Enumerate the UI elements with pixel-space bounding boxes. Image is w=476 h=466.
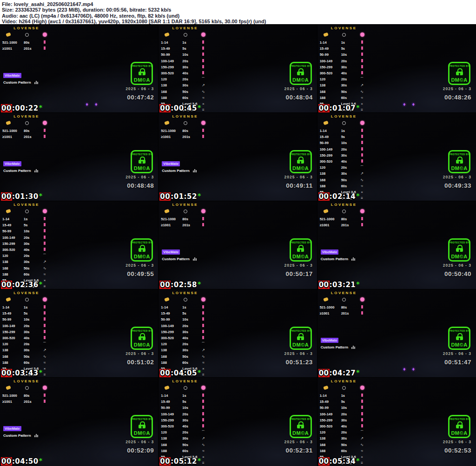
- pattern-wave-icon: ≈: [358, 184, 366, 188]
- tip-menu-row: 15-495s: [161, 399, 209, 405]
- coin-icon: [323, 209, 329, 214]
- tip-level-icon: [199, 40, 207, 45]
- tip-level-icon: [40, 217, 49, 221]
- marker-star-icon: *: [39, 457, 43, 464]
- tip-level-icon: [40, 330, 49, 334]
- stream-date: 2025 - 06 - 3: [126, 263, 154, 268]
- pattern-wave-icon: ⌒: [40, 253, 49, 258]
- clock-icon: [184, 210, 187, 213]
- file-name-line: File: lovely_asahi_202506021647.mp4: [2, 1, 474, 7]
- tip-menu-row: 1-141s: [2, 216, 51, 222]
- tip-level-icon: [358, 217, 366, 221]
- tip-menu-row: 150-29930s: [161, 64, 209, 70]
- tip-menu-row: 16850s∿: [161, 442, 209, 448]
- tip-level-icon: [358, 311, 366, 315]
- pattern-wave-icon: ≈: [199, 361, 207, 365]
- timestamp-hours: 00: [159, 281, 171, 289]
- tip-level-icon: [358, 71, 366, 75]
- waveform-icon: [34, 434, 38, 437]
- custom-pattern-label: Custom Pattern: [162, 257, 209, 261]
- timestamp-hours: 00: [1, 369, 12, 377]
- toy-icon: [360, 33, 364, 37]
- frame-timestamp: 00:02:36*: [1, 280, 42, 289]
- toy-icon: [201, 33, 205, 37]
- tip-level-icon: [199, 424, 207, 428]
- clock-icon: [184, 386, 187, 390]
- tip-menu-row: 100-14920s: [2, 323, 51, 329]
- frame-timestamp: 00:00:45*: [159, 104, 201, 112]
- stream-clock: 00:52:53: [444, 447, 471, 454]
- stream-clock: 00:48:48: [127, 182, 154, 189]
- clock-icon: [342, 386, 346, 390]
- waveform-icon: [193, 257, 197, 261]
- timestamp-hours: 00: [159, 192, 171, 201]
- dmca-label: DM©A: [451, 430, 467, 436]
- lovense-tip-menu: LOVENSE 521-100080s≥1001201s VibeMate Cu…: [2, 26, 51, 85]
- tip-menu-rows: 521-100080s≥1001201s: [320, 216, 368, 228]
- tip-menu-row: 521-100080s: [161, 128, 209, 134]
- dmca-badge: PROTECTED BY DM©A: [448, 62, 470, 85]
- frame-timestamp: 00:00:22*: [1, 104, 42, 112]
- tip-menu-icon-row: [161, 33, 209, 37]
- dmca-badge: PROTECTED BY DM©A: [290, 150, 312, 173]
- dmca-label: DM©A: [134, 77, 150, 83]
- tip-menu-rows: 1-141s15-495s50-9910s100-14920s150-29930…: [161, 39, 209, 113]
- dmca-protected-by-label: PROTECTED BY: [132, 153, 152, 156]
- tip-menu-row: 50-9910s: [161, 405, 209, 411]
- dmca-protected-by-label: PROTECTED BY: [291, 329, 311, 332]
- video-thumbnail: LOVENSE 1-141s15-495s50-9910s100-14920s1…: [317, 113, 476, 201]
- tip-menu-row: 13830s↗: [320, 171, 368, 177]
- tip-menu-row: ≥1001201s: [2, 134, 51, 140]
- lock-icon: [297, 248, 304, 252]
- marker-star-icon: *: [198, 104, 201, 111]
- timestamp-rest: :01:52: [171, 192, 197, 201]
- tip-menu-row: 12020s⌒: [2, 253, 51, 259]
- tip-menu-rows: 1-141s15-495s50-9910s100-14920s150-29930…: [2, 216, 51, 289]
- custom-pattern-label: Custom Pattern: [321, 257, 368, 261]
- coin-icon: [164, 121, 170, 125]
- frame-timestamp: 00:05:12*: [159, 457, 201, 466]
- lovense-tip-menu: LOVENSE 521-100080s≥1001201s VibeMate Cu…: [320, 291, 368, 349]
- tip-menu-rows: 521-100080s≥1001201s: [2, 128, 51, 140]
- dmca-badge: PROTECTED BY DM©A: [448, 150, 470, 173]
- tip-menu-row: 300-52040s: [161, 335, 209, 341]
- stream-clock: 00:48:04: [286, 94, 313, 101]
- tip-menu-rows: 1-141s15-495s50-9910s100-14920s150-29930…: [320, 39, 368, 113]
- timestamp-hours: 00: [318, 192, 330, 201]
- stream-clock: 00:52:09: [127, 447, 154, 454]
- lovense-logo: LOVENSE: [2, 203, 51, 207]
- frame-timestamp: 00:03:43*: [1, 368, 42, 377]
- tip-level-icon: [40, 236, 49, 240]
- timestamp-rest: :01:30: [12, 192, 39, 201]
- tip-level-icon: [358, 406, 366, 410]
- dmca-label: DM©A: [134, 430, 150, 436]
- lovense-tip-menu: LOVENSE 1-141s15-495s50-9910s100-14920s1…: [320, 26, 368, 113]
- waveform-icon: [193, 169, 197, 172]
- tip-level-icon: [358, 59, 366, 63]
- marker-star-icon: *: [198, 368, 201, 376]
- timestamp-rest: :05:12: [171, 457, 197, 466]
- dmca-protected-by-label: PROTECTED BY: [132, 241, 152, 244]
- stream-date: 2025 - 06 - 3: [126, 86, 154, 91]
- tip-menu-rows: 1-141s15-495s50-9910s100-14920s150-29930…: [320, 393, 368, 466]
- tip-level-icon: [199, 311, 207, 315]
- frame-timestamp: 00:04:27*: [318, 368, 360, 377]
- tip-menu-row: 13830s↗: [161, 435, 209, 441]
- pattern-wave-icon: ∿: [199, 90, 207, 94]
- tip-level-icon: [358, 153, 366, 158]
- tip-menu-row: 18860s≈: [161, 360, 209, 366]
- lovense-tip-menu: LOVENSE 1-141s15-495s50-9910s100-14920s1…: [161, 379, 209, 466]
- dmca-label: DM©A: [292, 430, 309, 436]
- lock-icon: [456, 72, 463, 75]
- toy-icon: [201, 297, 205, 302]
- tip-menu-row: 15-495s: [161, 310, 209, 316]
- coin-icon: [6, 33, 11, 37]
- dmca-protected-by-label: PROTECTED BY: [449, 241, 469, 244]
- toy-icon: [201, 209, 205, 213]
- clock-icon: [342, 298, 346, 302]
- video-thumbnail: LOVENSE 521-100080s≥1001201s VibeMate Cu…: [317, 289, 476, 378]
- tip-menu-row: 18860s≈: [2, 360, 51, 366]
- lovense-tip-menu: LOVENSE 1-141s15-495s50-9910s100-14920s1…: [320, 114, 368, 201]
- video-thumbnail: LOVENSE 1-141s15-495s50-9910s100-14920s1…: [317, 378, 476, 466]
- tip-menu-row: 18860s≈: [161, 95, 209, 101]
